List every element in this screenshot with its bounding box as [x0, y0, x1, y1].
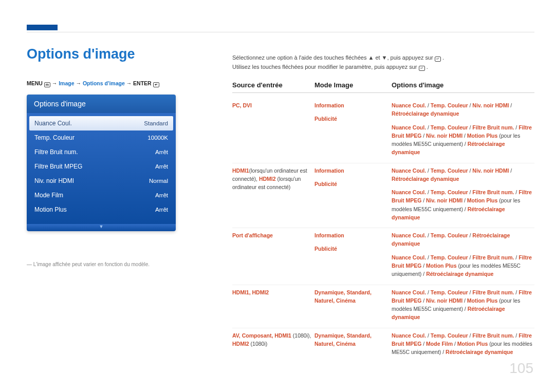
page-title: Options d'image — [27, 46, 135, 62]
desc-line: . — [427, 64, 428, 70]
col-header-source: Source d'entrée — [232, 81, 314, 89]
cell-source: PC, DVI — [232, 101, 314, 157]
osd-item[interactable]: Filtre Bruit MPEG Arrêt — [29, 159, 173, 174]
osd-item-value: Normal — [149, 178, 168, 184]
osd-item-value: 10000K — [147, 135, 168, 141]
cell-options: Nuance Coul. / Temp. Couleur / Rétroécla… — [392, 231, 534, 278]
desc-line: Sélectionnez une option à l'aide des tou… — [232, 54, 435, 61]
osd-item-label: Niv. noir HDMI — [34, 177, 74, 184]
osd-item-label: Filtre Bruit num. — [34, 148, 78, 156]
breadcrumb-enter: ENTER — [133, 80, 152, 86]
breadcrumb-seg: Image — [59, 80, 74, 86]
cell-source: HDMI1(lorsqu'un ordinateur est connecté)… — [232, 166, 314, 222]
cell-options: Nuance Coul. / Temp. Couleur / Filtre Br… — [392, 288, 534, 322]
col-header-mode: Mode Image — [314, 81, 392, 89]
page-accent-bar — [27, 25, 58, 30]
description: Sélectionnez une option à l'aide des tou… — [232, 53, 534, 71]
cell-mode: Dynamique, Standard, Naturel, Cinéma — [314, 288, 392, 322]
breadcrumb: MENU m → Image → Options d'image → ENTER… — [27, 80, 159, 87]
breadcrumb-seg: Options d'image — [83, 80, 125, 86]
cell-source: AV, Composant, HDMI1 (1080i), HDMI2 (108… — [232, 331, 314, 357]
osd-item-value: Arrêt — [155, 163, 168, 170]
osd-title: Options d'image — [27, 95, 176, 113]
osd-item-label: Mode Film — [34, 192, 63, 199]
desc-line: . — [442, 54, 444, 61]
cell-source: Port d'affichage — [232, 231, 314, 278]
table-row: PC, DVIInformationPublicitéNuance Coul. … — [232, 98, 534, 163]
col-header-options: Options d'image — [392, 81, 534, 89]
osd-item-label: Filtre Bruit MPEG — [34, 163, 82, 170]
cell-mode: Dynamique, Standard, Naturel, Cinéma — [314, 331, 392, 357]
desc-line: Utilisez les touches fléchées pour modif… — [232, 64, 419, 70]
osd-item-label: Nuance Coul. — [34, 120, 72, 127]
osd-item-value: Standard — [144, 120, 168, 126]
footnote: ― L'image affichée peut varier en foncti… — [27, 262, 150, 267]
menu-icon: m — [44, 82, 50, 87]
table-row: Port d'affichageInformationPublicitéNuan… — [232, 228, 534, 285]
table-row: HDMI1(lorsqu'un ordinateur est connecté)… — [232, 163, 534, 229]
enter-icon: ↵ — [419, 66, 425, 71]
osd-list: Nuance Coul. Standard Temp. Couleur 1000… — [27, 113, 176, 224]
osd-item-value: Arrêt — [155, 149, 168, 155]
cell-source: HDMI1, HDMI2 — [232, 288, 314, 322]
table-body: PC, DVIInformationPublicitéNuance Coul. … — [232, 98, 534, 362]
scroll-down-icon[interactable]: ▼ — [27, 224, 176, 231]
cell-options: Nuance Coul. / Temp. Couleur / Filtre Br… — [392, 331, 534, 357]
cell-mode: InformationPublicité — [314, 101, 392, 157]
cell-mode: InformationPublicité — [314, 231, 392, 278]
osd-item[interactable]: Motion Plus Arrêt — [29, 202, 173, 217]
enter-icon: ↵ — [435, 57, 441, 62]
horizontal-rule — [27, 32, 534, 32]
cell-options: Nuance Coul. / Temp. Couleur / Niv. noir… — [392, 101, 534, 157]
table-header: Source d'entrée Mode Image Options d'ima… — [232, 81, 534, 93]
osd-item[interactable]: Temp. Couleur 10000K — [29, 130, 173, 145]
page-number: 105 — [509, 360, 533, 377]
osd-item[interactable]: Mode Film Arrêt — [29, 188, 173, 202]
table-row: HDMI1, HDMI2Dynamique, Standard, Naturel… — [232, 285, 534, 328]
breadcrumb-menu: MENU — [27, 80, 43, 86]
osd-item[interactable]: Nuance Coul. Standard — [29, 116, 173, 130]
cell-mode: InformationPublicité — [314, 166, 392, 222]
enter-icon: ↵ — [153, 82, 159, 87]
osd-item-label: Temp. Couleur — [34, 134, 75, 141]
osd-item[interactable]: Niv. noir HDMI Normal — [29, 174, 173, 188]
options-table: Source d'entrée Mode Image Options d'ima… — [232, 81, 534, 362]
osd-item-label: Motion Plus — [34, 206, 67, 213]
osd-item-value: Arrêt — [155, 192, 168, 198]
osd-panel: Options d'image Nuance Coul. Standard Te… — [27, 95, 176, 231]
cell-options: Nuance Coul. / Temp. Couleur / Niv. noir… — [392, 166, 534, 222]
osd-item-value: Arrêt — [155, 207, 168, 213]
table-row: AV, Composant, HDMI1 (1080i), HDMI2 (108… — [232, 328, 534, 363]
osd-item[interactable]: Filtre Bruit num. Arrêt — [29, 145, 173, 159]
